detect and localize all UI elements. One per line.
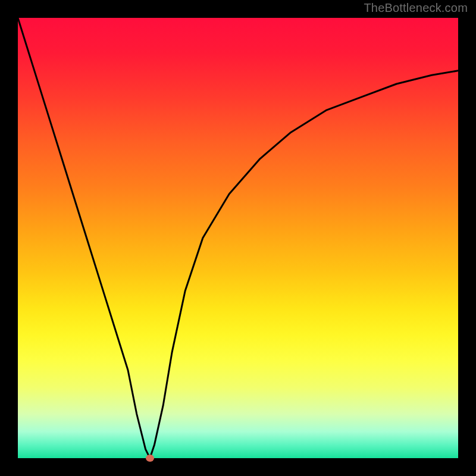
watermark-text: TheBottleneck.com	[364, 1, 468, 15]
optimum-marker	[146, 455, 154, 462]
plot-area	[18, 18, 458, 458]
chart-frame: TheBottleneck.com	[0, 0, 476, 476]
